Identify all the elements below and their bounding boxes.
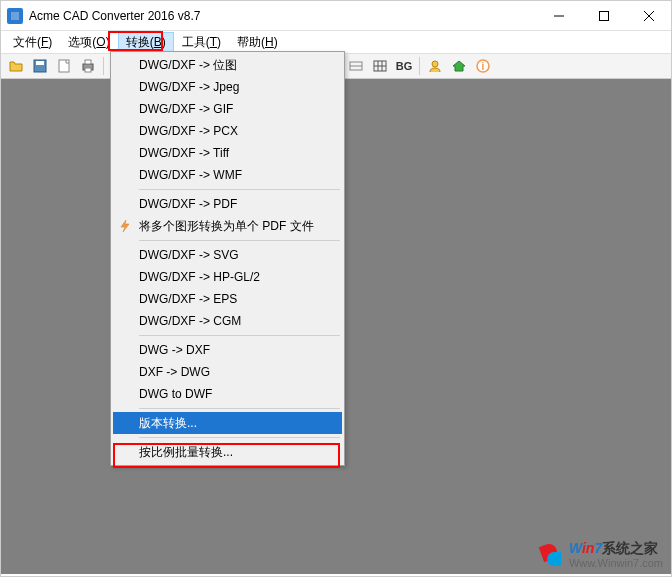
- menu-separator: [139, 437, 340, 438]
- lightning-icon: [117, 218, 133, 234]
- menu-tools[interactable]: 工具(T): [174, 32, 229, 53]
- menu-item-dwg-to-jpeg[interactable]: DWG/DXF -> Jpeg: [113, 76, 342, 98]
- menu-item-merge-pdf[interactable]: 将多个图形转换为单个 PDF 文件: [113, 215, 342, 237]
- title-bar: Acme CAD Converter 2016 v8.7: [1, 1, 671, 31]
- menu-separator: [139, 240, 340, 241]
- watermark-logo-icon: [537, 542, 563, 568]
- menu-item-dwg-to-tiff[interactable]: DWG/DXF -> Tiff: [113, 142, 342, 164]
- menu-item-dwg-to-pcx[interactable]: DWG/DXF -> PCX: [113, 120, 342, 142]
- menu-item-dwg-to-hpgl[interactable]: DWG/DXF -> HP-GL/2: [113, 266, 342, 288]
- menu-item-dwg-to-pdf[interactable]: DWG/DXF -> PDF: [113, 193, 342, 215]
- menu-item-batch-scale-convert[interactable]: 按比例批量转换...: [113, 441, 342, 463]
- menu-item-dwg-to-eps[interactable]: DWG/DXF -> EPS: [113, 288, 342, 310]
- menu-help[interactable]: 帮助(H): [229, 32, 286, 53]
- info-icon[interactable]: i: [472, 55, 494, 77]
- menu-item-dwg-to-wmf[interactable]: DWG/DXF -> WMF: [113, 164, 342, 186]
- new-icon[interactable]: [53, 55, 75, 77]
- print-icon[interactable]: [77, 55, 99, 77]
- menu-convert[interactable]: 转换(B): [118, 32, 174, 53]
- menu-options[interactable]: 选项(O): [60, 32, 117, 53]
- open-icon[interactable]: [5, 55, 27, 77]
- menu-item-dwg-to-svg[interactable]: DWG/DXF -> SVG: [113, 244, 342, 266]
- menu-item-dwg-to-dxf[interactable]: DWG -> DXF: [113, 339, 342, 361]
- toolbar-separator: [419, 57, 420, 75]
- svg-rect-6: [36, 61, 44, 65]
- grid-icon[interactable]: [369, 55, 391, 77]
- save-icon[interactable]: [29, 55, 51, 77]
- menu-item-dwg-to-bitmap[interactable]: DWG/DXF -> 位图: [113, 54, 342, 76]
- watermark: Win7系统之家 Www.Winwin7.com: [537, 540, 663, 570]
- menu-item-dwg-to-gif[interactable]: DWG/DXF -> GIF: [113, 98, 342, 120]
- menu-item-dxf-to-dwg[interactable]: DXF -> DWG: [113, 361, 342, 383]
- svg-rect-7: [59, 60, 69, 72]
- menu-separator: [139, 408, 340, 409]
- menu-bar: 文件(F) 选项(O) 转换(B) 工具(T) 帮助(H): [1, 31, 671, 53]
- svg-text:i: i: [482, 61, 485, 72]
- background-toggle[interactable]: BG: [393, 55, 415, 77]
- menu-file[interactable]: 文件(F): [5, 32, 60, 53]
- menu-item-dwg-to-dwf[interactable]: DWG to DWF: [113, 383, 342, 405]
- minimize-button[interactable]: [536, 1, 581, 31]
- toolbar-separator: [103, 57, 104, 75]
- menu-item-version-convert[interactable]: 版本转换...: [113, 412, 342, 434]
- svg-point-31: [432, 61, 438, 67]
- space-icon[interactable]: [345, 55, 367, 77]
- svg-rect-9: [85, 60, 91, 64]
- svg-rect-10: [85, 68, 91, 72]
- close-button[interactable]: [626, 1, 671, 31]
- watermark-text: Win7系统之家 Www.Winwin7.com: [569, 540, 663, 570]
- app-icon: [7, 8, 23, 24]
- convert-menu-dropdown: DWG/DXF -> 位图 DWG/DXF -> Jpeg DWG/DXF ->…: [110, 51, 345, 466]
- window-title: Acme CAD Converter 2016 v8.7: [29, 9, 536, 23]
- svg-rect-2: [599, 11, 608, 20]
- maximize-button[interactable]: [581, 1, 626, 31]
- user-icon[interactable]: [424, 55, 446, 77]
- home-icon[interactable]: [448, 55, 470, 77]
- menu-separator: [139, 189, 340, 190]
- window-controls: [536, 1, 671, 31]
- menu-item-dwg-to-cgm[interactable]: DWG/DXF -> CGM: [113, 310, 342, 332]
- menu-separator: [139, 335, 340, 336]
